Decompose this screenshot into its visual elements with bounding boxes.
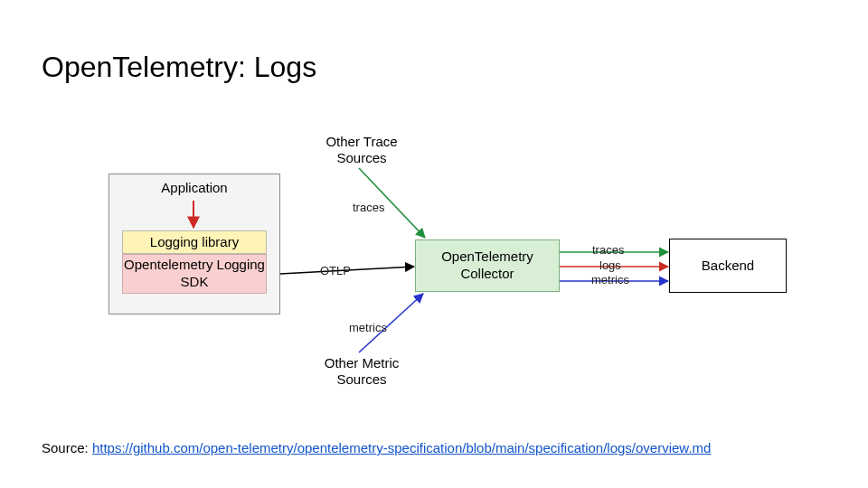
edge-label-metrics-out: metrics	[591, 273, 629, 286]
source-link[interactable]: https://github.com/open-telemetry/opente…	[92, 440, 712, 455]
architecture-diagram: Application Logging library Opentelemetr…	[0, 0, 868, 488]
edge-label-logs-out: logs	[599, 258, 621, 272]
arrows-svg	[0, 0, 868, 488]
edge-label-traces-out: traces	[592, 243, 624, 257]
edge-label-metrics-in: metrics	[349, 321, 387, 334]
source-prefix: Source:	[42, 440, 92, 455]
edge-label-traces-in: traces	[353, 201, 384, 214]
source-citation: Source: https://github.com/open-telemetr…	[42, 440, 711, 455]
edge-label-otlp: OTLP	[320, 264, 351, 277]
